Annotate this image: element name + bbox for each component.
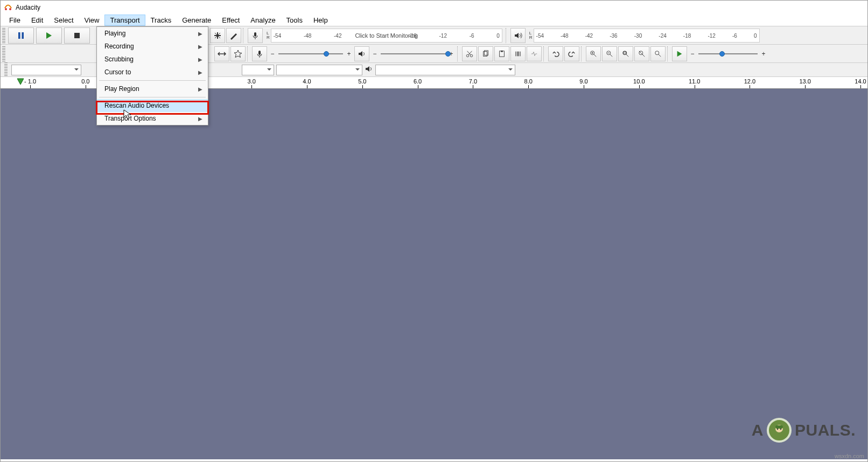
speaker-level-icon — [354, 46, 369, 61]
timeline-label: 9.0 — [579, 78, 587, 85]
svg-rect-4 — [74, 33, 80, 38]
watermark-logo: A PUALS. — [752, 414, 856, 446]
timeline-label: 11.0 — [689, 78, 700, 85]
play-meter-channels: LR — [529, 31, 533, 40]
zoom-toggle-button[interactable] — [650, 46, 666, 61]
tool-multi-icon[interactable] — [230, 46, 246, 61]
svg-point-1 — [9, 8, 11, 10]
timeline-label: 10.0 — [633, 78, 645, 85]
tracks-area[interactable] — [1, 89, 867, 459]
menu-separator — [99, 97, 206, 97]
zoom-out-button[interactable] — [602, 46, 617, 61]
timeline-label: 0.0 — [81, 78, 89, 85]
timeline-label: 5.0 — [358, 78, 366, 85]
playback-volume-slider[interactable]: − + — [370, 50, 456, 58]
paste-button[interactable] — [494, 46, 509, 61]
mouse-cursor-icon — [123, 109, 132, 122]
svg-point-19 — [655, 51, 659, 54]
toolbar-grip[interactable] — [4, 62, 8, 78]
svg-point-7 — [466, 54, 468, 57]
playback-speed-slider[interactable]: − + — [688, 50, 768, 58]
timeline-label: 8.0 — [524, 78, 533, 85]
footer-site-text: wsxdn.com — [835, 453, 864, 459]
rec-meter-channels: LR — [267, 31, 270, 40]
toolbar-separator — [667, 46, 670, 61]
svg-rect-3 — [22, 32, 24, 39]
svg-rect-17 — [624, 52, 626, 54]
menu-bar: File Edit Select View Transport Tracks G… — [1, 15, 867, 26]
menu-effect[interactable]: Effect — [216, 15, 245, 26]
menu-cursor-to[interactable]: Cursor to▶ — [97, 66, 208, 79]
fit-project-button[interactable] — [634, 46, 649, 61]
trim-button[interactable] — [510, 46, 526, 61]
svg-point-22 — [777, 429, 778, 430]
playback-meter[interactable]: LR -54 -48 -42 -36 -30 -24 -18 -12 -6 0 — [526, 27, 762, 44]
menu-analyze[interactable]: Analyze — [245, 15, 281, 26]
recording-volume-slider[interactable]: − + — [268, 50, 354, 58]
toolbar-separator — [247, 46, 250, 61]
timeline-label: 3.0 — [248, 78, 256, 85]
tool-draw-icon[interactable] — [226, 28, 241, 43]
tool-timeshift-icon[interactable] — [214, 46, 229, 61]
toolbar-separator — [581, 46, 584, 61]
toolbar-grip[interactable] — [2, 28, 5, 43]
menu-transport[interactable]: Transport — [104, 15, 145, 26]
timeline-label: 6.0 — [414, 78, 422, 85]
rec-meter-message[interactable]: Click to Start Monitoring — [271, 29, 502, 42]
toolbar-separator — [506, 28, 509, 43]
menu-scrubbing[interactable]: Scrubbing▶ — [97, 53, 208, 66]
recording-channels-combo[interactable] — [242, 65, 274, 75]
watermark-icon — [767, 418, 792, 443]
svg-rect-5 — [254, 32, 256, 37]
menu-help[interactable]: Help — [308, 15, 333, 26]
timeline-label: 13.0 — [799, 78, 810, 85]
pause-button[interactable] — [8, 27, 34, 44]
window-title: Audacity — [16, 4, 40, 11]
menu-select[interactable]: Select — [48, 15, 79, 26]
menu-tracks[interactable]: Tracks — [145, 15, 177, 26]
svg-point-23 — [780, 429, 781, 430]
menu-view[interactable]: View — [79, 15, 105, 26]
app-icon — [4, 3, 12, 12]
svg-point-0 — [5, 8, 7, 10]
menu-separator — [99, 80, 206, 81]
zoom-in-button[interactable] — [586, 46, 601, 61]
menu-generate[interactable]: Generate — [177, 15, 216, 26]
menu-play-region[interactable]: Play Region▶ — [97, 82, 208, 95]
tool-zoom-combined-icon[interactable] — [210, 28, 225, 43]
stop-button[interactable] — [64, 27, 90, 44]
recording-meter[interactable]: LR -54 -48 -42 -18 -12 -6 0 Click to Sta… — [263, 27, 505, 44]
menu-recording[interactable]: Recording▶ — [97, 40, 208, 53]
silence-button[interactable] — [527, 46, 542, 61]
undo-button[interactable] — [548, 46, 563, 61]
toolbar-separator — [457, 46, 460, 61]
mic-level-icon — [252, 46, 267, 61]
menu-edit[interactable]: Edit — [26, 15, 48, 26]
timeline-label: - 1.0 — [24, 78, 36, 85]
copy-button[interactable] — [478, 46, 493, 61]
playback-device-combo[interactable] — [375, 65, 515, 75]
play-speaker-icon — [510, 28, 526, 43]
svg-rect-21 — [775, 425, 783, 429]
svg-rect-13 — [516, 51, 519, 56]
recording-device-combo[interactable] — [276, 65, 362, 75]
svg-point-8 — [470, 54, 472, 57]
menu-playing[interactable]: Playing▶ — [97, 27, 208, 40]
play-at-speed-button[interactable] — [672, 46, 687, 61]
play-device-icon — [365, 65, 373, 75]
cut-button[interactable] — [462, 46, 477, 61]
fit-selection-button[interactable] — [618, 46, 633, 61]
timeline-label: 14.0 — [855, 78, 866, 85]
timeline-label: 12.0 — [744, 78, 755, 85]
menu-file[interactable]: File — [4, 15, 26, 26]
title-bar: Audacity — [1, 1, 867, 15]
menu-rescan-audio-devices[interactable]: Rescan Audio Devices — [97, 99, 208, 112]
play-button[interactable] — [36, 27, 62, 44]
menu-transport-options[interactable]: Transport Options▶ — [97, 112, 208, 125]
svg-rect-2 — [18, 32, 20, 39]
redo-button[interactable] — [564, 46, 579, 61]
toolbar-grip[interactable] — [2, 46, 5, 61]
transport-dropdown: Playing▶ Recording▶ Scrubbing▶ Cursor to… — [96, 26, 208, 125]
menu-tools[interactable]: Tools — [281, 15, 308, 26]
audio-host-combo[interactable] — [11, 65, 81, 75]
